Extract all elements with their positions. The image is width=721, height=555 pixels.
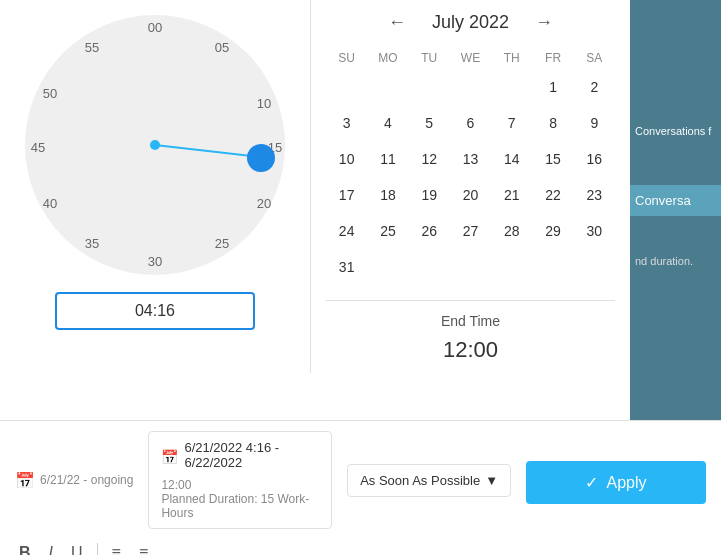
calendar-day[interactable]: 30 [574,213,615,249]
left-panel: 00 05 10 15 20 25 30 35 40 45 [0,0,310,420]
clock-end-dot [247,144,275,172]
ordered-list-button[interactable]: ≡ [108,542,125,555]
underline-button[interactable]: U [67,542,87,555]
weekday-su: SU [326,47,367,69]
calendar-day[interactable]: 26 [409,213,450,249]
calendar-day [409,69,450,105]
clock-num-35: 35 [85,236,99,251]
calendar-day[interactable]: 7 [491,105,532,141]
calendar-header: ← July 2022 → [326,10,615,35]
soon-dropdown[interactable]: As Soon As Possible ▼ [347,464,511,497]
calendar-day[interactable]: 14 [491,141,532,177]
unordered-list-button[interactable]: ≡ [135,542,152,555]
date-range-sub: 12:00 [161,478,319,492]
weekday-we: WE [450,47,491,69]
calendar-day[interactable]: 13 [450,141,491,177]
bold-button[interactable]: B [15,542,35,555]
end-time-value: 12:00 [326,337,615,363]
calendar-weekday-row: SU MO TU WE TH FR SA [326,47,615,69]
end-time-section: End Time 12:00 [326,300,615,363]
clock-num-50: 50 [43,86,57,101]
chevron-down-icon: ▼ [485,473,498,488]
calendar-day [367,249,408,285]
bottom-bar: 📅 6/21/22 - ongoing 📅 6/21/2022 4:16 - 6… [0,420,721,555]
clock-num-10: 10 [257,96,271,111]
calendar-day[interactable]: 1 [532,69,573,105]
date-badge-left: 📅 6/21/22 - ongoing [15,471,133,490]
calendar-day[interactable]: 23 [574,177,615,213]
calendar-title: July 2022 [432,12,509,33]
clock-center-dot [150,140,160,150]
calendar-day[interactable]: 17 [326,177,367,213]
calendar-day[interactable]: 24 [326,213,367,249]
time-input[interactable]: 04:16 [55,292,255,330]
calendar-day[interactable]: 3 [326,105,367,141]
italic-button[interactable]: I [45,542,57,555]
calendar-day [450,69,491,105]
apply-button[interactable]: ✓ Apply [526,461,706,504]
right-panel: Conversations f Conversa nd duration. [630,0,721,420]
weekday-mo: MO [367,47,408,69]
calendar-day[interactable]: 20 [450,177,491,213]
calendar-day[interactable]: 22 [532,177,573,213]
apply-label: Apply [606,474,646,492]
calendar-week-row: 10111213141516 [326,141,615,177]
weekday-th: TH [491,47,532,69]
calendar-day[interactable]: 15 [532,141,573,177]
calendar-week-row: 3456789 [326,105,615,141]
clock-num-20: 20 [257,196,271,211]
calendar-day[interactable]: 8 [532,105,573,141]
clock-svg: 00 05 10 15 20 25 30 35 40 45 [20,10,290,280]
calendar-day[interactable]: 19 [409,177,450,213]
calendar-day[interactable]: 28 [491,213,532,249]
calendar-day [450,249,491,285]
calendar-day[interactable]: 4 [367,105,408,141]
calendar-grid: SU MO TU WE TH FR SA 1234567891011121314… [326,47,615,285]
calendar-day[interactable]: 21 [491,177,532,213]
calendar-day[interactable]: 12 [409,141,450,177]
calendar-day [326,69,367,105]
calendar-day [491,69,532,105]
calendar-day [532,249,573,285]
checkmark-icon: ✓ [585,473,598,492]
calendar-day[interactable]: 5 [409,105,450,141]
conversa-label: Conversa [630,185,721,216]
calendar-day[interactable]: 27 [450,213,491,249]
date-range-main: 6/21/2022 4:16 - 6/22/2022 [184,440,319,470]
calendar-day[interactable]: 18 [367,177,408,213]
calendar-week-row: 31 [326,249,615,285]
duration-label-right: nd duration. [630,250,721,272]
calendar-day[interactable]: 9 [574,105,615,141]
calendar-day[interactable]: 11 [367,141,408,177]
bottom-row1: 📅 6/21/22 - ongoing 📅 6/21/2022 4:16 - 6… [15,431,706,529]
calendar-day[interactable]: 16 [574,141,615,177]
clock-num-45: 45 [31,140,45,155]
clock-num-25: 25 [215,236,229,251]
toolbar-separator [97,543,98,555]
calendar-day[interactable]: 31 [326,249,367,285]
clock-num-05: 05 [215,40,229,55]
calendar-day[interactable]: 6 [450,105,491,141]
clock-num-00: 00 [148,20,162,35]
toolbar-row: B I U ≡ ≡ [15,542,706,555]
calendar-week-row: 17181920212223 [326,177,615,213]
date-range-calendar-icon: 📅 [161,449,178,465]
calendar-icon-small: 📅 [15,471,35,490]
calendar-day[interactable]: 10 [326,141,367,177]
weekday-tu: TU [409,47,450,69]
end-time-label: End Time [326,313,615,329]
conversations-label: Conversations f [630,120,721,142]
calendar-prev-button[interactable]: ← [382,10,412,35]
main-container: 00 05 10 15 20 25 30 35 40 45 [0,0,721,555]
calendar-next-button[interactable]: → [529,10,559,35]
calendar-day[interactable]: 2 [574,69,615,105]
calendar-day[interactable]: 29 [532,213,573,249]
time-input-container: 04:16 [55,292,255,330]
clock-num-40: 40 [43,196,57,211]
date-range-box[interactable]: 📅 6/21/2022 4:16 - 6/22/2022 12:00 Plann… [148,431,332,529]
date-badge-text: 6/21/22 - ongoing [40,473,133,487]
calendar-day [367,69,408,105]
clock-num-30: 30 [148,254,162,269]
weekday-sa: SA [574,47,615,69]
calendar-day[interactable]: 25 [367,213,408,249]
